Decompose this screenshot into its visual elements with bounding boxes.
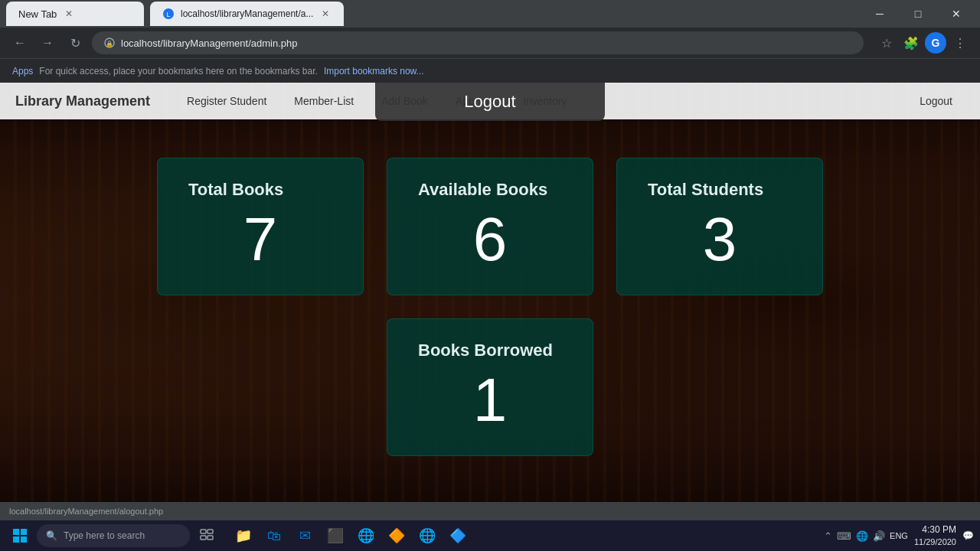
taskbar-app2-icon[interactable]: 🔶 [383, 522, 410, 549]
notification-icon[interactable]: 💬 [962, 530, 974, 541]
maximize-button[interactable]: □ [900, 0, 936, 28]
available-books-value: 6 [418, 209, 562, 270]
bookmarks-bar: Apps For quick access, place your bookma… [0, 58, 980, 83]
taskbar-chrome-icon[interactable]: 🌐 [413, 522, 441, 549]
address-bar-row: ← → ↻ 🔒 localhost/libraryManagement/admi… [0, 28, 980, 58]
logout-tooltip-text: Logout [464, 92, 515, 111]
taskbar-ie-icon[interactable]: 🌐 [352, 522, 380, 549]
minimize-button[interactable]: ─ [862, 0, 897, 28]
chevron-up-icon[interactable]: ⌃ [824, 530, 832, 542]
status-url: localhost/libraryManagement/alogout.php [9, 507, 163, 516]
tab-label-active: localhost/libraryManagement/a... [181, 8, 313, 19]
total-books-value: 7 [188, 209, 332, 270]
books-borrowed-title: Books Borrowed [418, 341, 562, 360]
svg-rect-7 [21, 536, 27, 543]
total-students-title: Total Students [648, 180, 792, 200]
search-placeholder: Type here to search [64, 530, 145, 541]
systray-icons: ⌃ ⌨ 🌐 🔊 ENG [824, 530, 908, 542]
bookmarks-text: For quick access, place your bookmarks h… [39, 66, 318, 77]
available-books-title: Available Books [418, 180, 562, 200]
page-content: Logout Library Management Register Stude… [0, 83, 980, 520]
import-bookmarks-link[interactable]: Import bookmarks now... [324, 66, 424, 77]
nav-member-list[interactable]: Member-List [282, 89, 366, 113]
time-display: 4:30 PM [914, 523, 956, 536]
inactive-tab[interactable]: New Tab ✕ [6, 2, 144, 26]
taskbar-ide1-icon[interactable]: ⬛ [322, 522, 349, 549]
books-borrowed-card: Books Borrowed 1 [387, 318, 593, 456]
taskbar-explorer-icon[interactable]: 📁 [230, 522, 257, 549]
lang-indicator: ENG [890, 531, 908, 540]
extension-icon[interactable]: 🧩 [900, 32, 922, 54]
logout-button[interactable]: Logout [907, 89, 965, 113]
taskbar-app3-icon[interactable]: 🔷 [444, 522, 472, 549]
profile-icon[interactable]: G [925, 32, 946, 54]
active-tab[interactable]: L localhost/libraryManagement/a... ✕ [150, 2, 344, 26]
volume-icon: 🔊 [873, 530, 885, 542]
total-students-card: Total Students 3 [616, 158, 823, 295]
back-button[interactable]: ← [9, 32, 31, 54]
address-bar[interactable]: 🔒 localhost/libraryManagement/admin.php [92, 31, 864, 54]
nav-register-student[interactable]: Register Student [175, 89, 279, 113]
tab-favicon: L [162, 8, 175, 20]
total-books-card: Total Books 7 [157, 158, 364, 295]
svg-rect-5 [21, 529, 27, 535]
bookmark-icon[interactable]: ☆ [876, 32, 897, 54]
taskbar-store-icon[interactable]: 🛍 [260, 522, 288, 549]
svg-rect-4 [13, 529, 19, 535]
brand-title[interactable]: Library Management [15, 93, 150, 109]
available-books-card: Available Books 6 [387, 158, 593, 295]
keyboard-icon: ⌨ [837, 530, 851, 542]
start-button[interactable] [6, 522, 34, 549]
date-display: 11/29/2020 [914, 536, 956, 548]
status-bar: localhost/libraryManagement/alogout.php [0, 502, 980, 520]
close-button[interactable]: ✕ [939, 0, 974, 28]
active-tab-close-button[interactable]: ✕ [319, 8, 332, 20]
svg-rect-8 [201, 530, 206, 533]
taskbar-right: ⌃ ⌨ 🌐 🔊 ENG 4:30 PM 11/29/2020 💬 [824, 523, 974, 548]
svg-rect-10 [201, 536, 206, 540]
toolbar-icons: ☆ 🧩 G ⋮ [876, 32, 971, 54]
svg-text:🔒: 🔒 [106, 40, 113, 47]
windows-logo-icon [12, 528, 28, 543]
search-icon: 🔍 [46, 530, 57, 541]
total-books-title: Total Books [188, 180, 332, 200]
taskbar: 🔍 Type here to search 📁 🛍 ✉ ⬛ 🌐 🔶 🌐 🔷 [0, 520, 980, 551]
system-clock[interactable]: 4:30 PM 11/29/2020 [914, 523, 956, 548]
total-students-value: 3 [648, 209, 792, 270]
taskbar-app-icons: 📁 🛍 ✉ ⬛ 🌐 🔶 🌐 🔷 [230, 522, 472, 549]
svg-rect-9 [207, 530, 213, 533]
menu-icon[interactable]: ⋮ [949, 32, 971, 54]
logout-tooltip: Logout [375, 83, 605, 121]
svg-rect-11 [207, 536, 213, 540]
bottom-cards-row: Books Borrowed 1 [46, 318, 934, 456]
task-view-icon [199, 528, 214, 543]
svg-rect-6 [13, 536, 19, 543]
task-view-button[interactable] [193, 522, 220, 549]
forward-button[interactable]: → [37, 32, 58, 54]
top-cards-row: Total Books 7 Available Books 6 Total St… [46, 158, 934, 295]
lock-icon: 🔒 [104, 37, 115, 48]
cards-area: Total Books 7 Available Books 6 Total St… [0, 119, 980, 456]
tab-label: New Tab [18, 8, 57, 20]
tab-close-button[interactable]: ✕ [63, 8, 75, 20]
books-borrowed-value: 1 [418, 370, 562, 431]
url-text: localhost/libraryManagement/admin.php [121, 37, 298, 49]
svg-text:L: L [166, 11, 170, 18]
taskbar-mail-icon[interactable]: ✉ [291, 522, 318, 549]
taskbar-search[interactable]: 🔍 Type here to search [37, 524, 190, 547]
apps-link[interactable]: Apps [12, 66, 33, 77]
window-controls: ─ □ ✕ [862, 0, 974, 28]
network-icon: 🌐 [856, 530, 868, 542]
refresh-button[interactable]: ↻ [64, 32, 86, 54]
